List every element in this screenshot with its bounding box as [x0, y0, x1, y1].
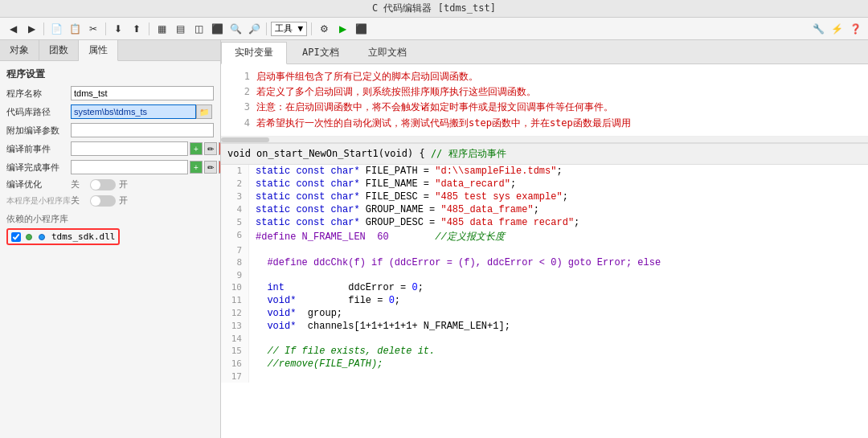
code-line-6: 6 #define N_FRAME_LEN 60 //定义报文长度 — [221, 229, 868, 244]
optimize-label: 编译优化 — [6, 178, 71, 190]
new-button[interactable]: 📄 — [48, 21, 64, 37]
code-line-5: 5 static const char* GROUP_DESC = "485 d… — [221, 216, 868, 229]
linecontent-13: void* channels[1+1+1+1+1+ N_FRAME_LEN+1]… — [249, 320, 868, 333]
settings-button[interactable]: 🔧 — [810, 21, 826, 37]
dep-dot-blue — [39, 234, 45, 240]
right-panel: 实时变量 API文档 立即文档 1 启动事件组包含了所有已定义的脚本启动回调函数… — [221, 40, 868, 438]
linenum-7: 7 — [221, 244, 249, 256]
desc-line-2: 2 若定义了多个启动回调，则系统按照排序顺序执行这些回调函数。 — [234, 84, 855, 100]
linecontent-10: int ddcError = 0; — [249, 281, 868, 294]
left-tabs: 对象 团数 属性 — [0, 40, 220, 61]
params-input[interactable] — [71, 123, 214, 137]
params-value-container — [71, 123, 214, 137]
view4-button[interactable]: ⬛ — [209, 21, 225, 37]
linenum-17: 17 — [221, 370, 249, 383]
optimize-toggle-thumb — [91, 180, 100, 190]
tab-api-doc[interactable]: API文档 — [289, 42, 353, 63]
linecontent-3: static const char* FILE_DESC = "485 test… — [249, 190, 868, 203]
linenum-1: 1 — [221, 165, 249, 178]
code-line-1: 1 static const char* FILE_PATH = "d:\\sa… — [221, 165, 868, 178]
view3-button[interactable]: ◫ — [190, 21, 207, 37]
pre-event-row-inner: + ✏ ✕ — [71, 141, 220, 156]
separator-2 — [105, 23, 106, 35]
linenum-15: 15 — [221, 345, 249, 358]
linenum-9: 9 — [221, 269, 249, 281]
down-button[interactable]: ⬇ — [110, 21, 126, 37]
pre-event-add[interactable]: + — [190, 142, 203, 155]
search2-button[interactable]: 🔎 — [246, 21, 262, 37]
linenum-3: 3 — [221, 190, 249, 203]
view1-button[interactable]: ▦ — [154, 21, 170, 37]
post-event-add[interactable]: + — [190, 161, 203, 174]
code-line-9: 9 — [221, 269, 868, 281]
desc-text-3: 注意：在启动回调函数中，将不会触发诸如定时事件或是报文回调事件等任何事件。 — [256, 100, 613, 115]
name-value-container — [71, 86, 214, 100]
cut-button[interactable]: ✂ — [85, 21, 101, 37]
run-button[interactable]: ▶ — [334, 21, 350, 37]
code-editor[interactable]: 1 static const char* FILE_PATH = "d:\\sa… — [221, 165, 868, 438]
copy-button[interactable]: 📋 — [67, 21, 83, 37]
h-scrollbar[interactable] — [221, 137, 868, 143]
post-event-label: 编译完成事件 — [6, 162, 71, 174]
linenum-6: 6 — [221, 229, 249, 244]
optimize-toggle-row: 关 开 — [71, 178, 214, 190]
linenum-2: 2 — [221, 178, 249, 190]
path-input[interactable] — [71, 104, 196, 119]
code-line-14: 14 — [221, 333, 868, 345]
post-event-edit[interactable]: ✏ — [204, 161, 217, 174]
pre-event-label: 编译前事件 — [6, 143, 71, 155]
path-value-container: 📁 — [71, 104, 214, 119]
toolbar: ◀ ▶ 📄 📋 ✂ ⬇ ⬆ ▦ ▤ ◫ ⬛ 🔍 🔎 工具 ▼ ⚙ ▶ ⬛ 🔧 ⚡… — [0, 18, 868, 40]
optimize-toggle[interactable] — [90, 179, 116, 190]
post-event-delete[interactable]: ✕ — [219, 161, 220, 174]
linecontent-7 — [249, 244, 868, 256]
help-button[interactable]: ❓ — [847, 21, 863, 37]
name-input[interactable] — [71, 86, 214, 100]
linenum-14: 14 — [221, 333, 249, 345]
tab-live-doc[interactable]: 立即文档 — [354, 42, 420, 63]
pre-event-input[interactable] — [71, 141, 188, 156]
stop-button[interactable]: ⬛ — [353, 21, 369, 37]
compile-button[interactable]: ⚙ — [316, 21, 332, 37]
code-line-2: 2 static const char* FILE_NAME = "data_r… — [221, 178, 868, 190]
linenum-12: 12 — [221, 307, 249, 320]
tab-object[interactable]: 对象 — [0, 40, 39, 60]
separator-5 — [311, 23, 312, 35]
pre-event-delete[interactable]: ✕ — [219, 142, 220, 155]
code-line-8: 8 #define ddcChk(f) if (ddcError = (f), … — [221, 256, 868, 269]
tab-group[interactable]: 团数 — [39, 40, 79, 60]
dep-checkbox-tdms[interactable] — [11, 232, 21, 242]
optimize-row: 编译优化 关 开 — [6, 178, 214, 190]
code-line-15: 15 // If file exists, delete it. — [221, 345, 868, 358]
desc-text-4: 若希望执行一次性的自动化测试，将测试代码搬到step函数中，并在step函数最后… — [256, 116, 631, 131]
tools-menu[interactable]: 工具 ▼ — [271, 22, 307, 36]
tab-properties[interactable]: 属性 — [79, 40, 118, 61]
code-header: void on_start_NewOn_Start1(void) { // 程序… — [221, 143, 868, 165]
search-button[interactable]: 🔍 — [227, 21, 244, 37]
sub-container: 关 开 — [71, 194, 214, 207]
code-line-7: 7 — [221, 244, 868, 256]
up-button[interactable]: ⬆ — [129, 21, 145, 37]
linenum-11: 11 — [221, 294, 249, 307]
back-button[interactable]: ◀ — [5, 21, 21, 37]
lightning-button[interactable]: ⚡ — [829, 21, 845, 37]
sub-toggle[interactable] — [90, 195, 116, 207]
dependencies-title: 依赖的小程序库 — [6, 213, 214, 225]
forward-button[interactable]: ▶ — [23, 21, 39, 37]
post-event-container: + ✏ ✕ — [71, 160, 220, 174]
sub-toggle-thumb — [91, 196, 100, 206]
sub-off-label: 关 — [71, 194, 87, 207]
post-event-input[interactable] — [71, 160, 188, 174]
optimize-container: 关 开 — [71, 178, 214, 190]
code-line-16: 16 //remove(FILE_PATH); — [221, 358, 868, 370]
sub-toggle-row: 关 开 — [71, 194, 214, 207]
dep-name-tdms: tdms_sdk.dll — [51, 231, 115, 242]
pre-event-edit[interactable]: ✏ — [204, 142, 217, 155]
code-line-11: 11 void* file = 0; — [221, 294, 868, 307]
browse-button[interactable]: 📁 — [196, 104, 212, 119]
tab-realtime[interactable]: 实时变量 — [221, 42, 287, 64]
view2-button[interactable]: ▤ — [172, 21, 188, 37]
code-header-comment: // 程序启动事件 — [431, 148, 506, 159]
linecontent-1: static const char* FILE_PATH = "d:\\samp… — [249, 165, 868, 178]
dep-dot-green — [26, 234, 32, 240]
